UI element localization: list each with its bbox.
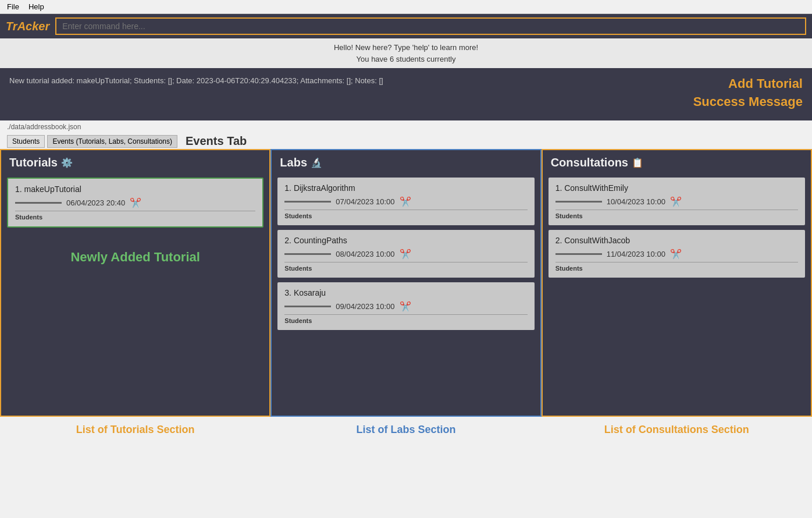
consultation-card-1: 1. ConsultWithEmily 10/04/2023 10:00 ✂️ … [549, 178, 805, 225]
info-line1: Hello! New here? Type 'help' to learn mo… [3, 42, 809, 54]
lab-delete-icon-2[interactable]: ✂️ [400, 249, 411, 260]
consultation-datetime-row-1: 10/04/2023 10:00 ✂️ [555, 196, 798, 207]
tab-events[interactable]: Events (Tutorials, Labs, Consultations) [47, 135, 177, 148]
labs-icon: 🔬 [311, 157, 322, 168]
consultation-datetime-bar-1 [555, 201, 602, 203]
consultation-delete-icon-2[interactable]: ✂️ [670, 249, 682, 260]
file-path: ./data/addressbook.json [0, 120, 812, 133]
info-bar: Hello! New here? Type 'help' to learn mo… [0, 38, 812, 68]
labs-header: Labs 🔬 [272, 150, 540, 173]
lab-datetime-row-3: 09/04/2023 10:00 ✂️ [284, 301, 527, 312]
menu-file[interactable]: File [7, 2, 19, 11]
lab-datetime-bar-1 [284, 201, 331, 203]
command-input[interactable] [55, 17, 806, 35]
lab-datetime-row-2: 08/04/2023 10:00 ✂️ [284, 249, 527, 260]
lab-datetime-bar-3 [284, 306, 331, 307]
tutorial-students-1: Students [15, 211, 255, 221]
tab-students[interactable]: Students [7, 135, 45, 148]
consultation-datetime-row-2: 11/04/2023 10:00 ✂️ [555, 249, 798, 260]
info-line2: You have 6 students currently [3, 54, 809, 65]
lab-card-2: 2. CountingPaths 08/04/2023 10:00 ✂️ Stu… [277, 230, 534, 278]
lab-datetime-1: 07/04/2023 10:00 [336, 197, 394, 206]
menu-help[interactable]: Help [29, 2, 44, 11]
section-label-tutorials: List of Tutorials Section [0, 424, 270, 436]
tutorial-name-1: 1. makeUpTutorial [15, 185, 255, 194]
consultation-delete-icon-1[interactable]: ✂️ [670, 196, 682, 207]
section-label-labs: List of Labs Section [270, 424, 541, 436]
lab-datetime-row-1: 07/04/2023 10:00 ✂️ [284, 196, 527, 207]
newly-added-tutorial: Newly Added Tutorial [1, 232, 269, 282]
tutorial-datetime-1: 06/04/2023 20:40 [66, 198, 125, 207]
menu-bar: File Help [0, 0, 812, 14]
app-header: TrAcker [0, 14, 812, 38]
section-label-consultations: List of Consultations Section [542, 424, 812, 436]
notification-text: New tutorial added: makeUpTutorial; Stud… [9, 75, 693, 87]
consultations-icon: 📋 [632, 157, 643, 168]
consultation-name-2: 2. ConsultWithJacob [555, 236, 798, 245]
tutorial-delete-icon-1[interactable]: ✂️ [130, 197, 141, 208]
lab-delete-icon-1[interactable]: ✂️ [400, 196, 411, 207]
tutorial-datetime-row-1: 06/04/2023 20:40 ✂️ [15, 197, 255, 208]
success-line2: Success Message [693, 93, 803, 111]
consultations-column: Consultations 📋 1. ConsultWithEmily 10/0… [542, 149, 812, 417]
consultations-title: Consultations [551, 156, 628, 169]
section-labels: List of Tutorials Section List of Labs S… [0, 417, 812, 443]
consultation-datetime-1: 10/04/2023 10:00 [607, 197, 665, 206]
events-tab-label: Events Tab [186, 134, 247, 148]
labs-title: Labs [280, 156, 307, 169]
lab-name-3: 3. Kosaraju [284, 288, 527, 297]
labs-column: Labs 🔬 1. DijkstraAlgorithm 07/04/2023 1… [270, 149, 541, 417]
lab-name-1: 1. DijkstraAlgorithm [284, 183, 527, 193]
lab-datetime-2: 08/04/2023 10:00 [336, 250, 394, 258]
lab-students-2: Students [284, 262, 527, 272]
main-content: Tutorials ⚙️ 1. makeUpTutorial 06/04/202… [0, 149, 812, 417]
lab-delete-icon-3[interactable]: ✂️ [400, 301, 411, 312]
consultation-students-1: Students [555, 210, 798, 219]
consultation-card-2: 2. ConsultWithJacob 11/04/2023 10:00 ✂️ … [549, 230, 805, 278]
consultation-datetime-2: 11/04/2023 10:00 [607, 250, 665, 258]
tutorial-card-1: 1. makeUpTutorial 06/04/2023 20:40 ✂️ St… [7, 178, 263, 228]
notification-bar: New tutorial added: makeUpTutorial; Stud… [0, 68, 812, 120]
tutorials-column: Tutorials ⚙️ 1. makeUpTutorial 06/04/202… [0, 149, 270, 417]
consultation-students-2: Students [555, 262, 798, 272]
consultation-name-1: 1. ConsultWithEmily [555, 183, 798, 193]
app-brand: TrAcker [6, 20, 49, 33]
lab-students-1: Students [284, 210, 527, 219]
tutorials-title: Tutorials [9, 156, 58, 169]
success-message: Add Tutorial Success Message [693, 75, 803, 111]
bottom-area [0, 443, 812, 478]
tutorial-datetime-bar-1 [15, 202, 62, 204]
lab-name-2: 2. CountingPaths [284, 236, 527, 245]
lab-card-1: 1. DijkstraAlgorithm 07/04/2023 10:00 ✂️… [277, 178, 534, 225]
lab-datetime-3: 09/04/2023 10:00 [336, 302, 394, 311]
lab-card-3: 3. Kosaraju 09/04/2023 10:00 ✂️ Students [277, 282, 534, 330]
tabs-row: Students Events (Tutorials, Labs, Consul… [0, 133, 812, 149]
consultations-header: Consultations 📋 [543, 150, 811, 173]
lab-students-3: Students [284, 314, 527, 324]
lab-datetime-bar-2 [284, 253, 331, 255]
consultation-datetime-bar-2 [555, 253, 602, 255]
tutorials-icon: ⚙️ [61, 157, 73, 168]
tutorials-header: Tutorials ⚙️ [1, 150, 269, 173]
success-line1: Add Tutorial [693, 75, 803, 93]
